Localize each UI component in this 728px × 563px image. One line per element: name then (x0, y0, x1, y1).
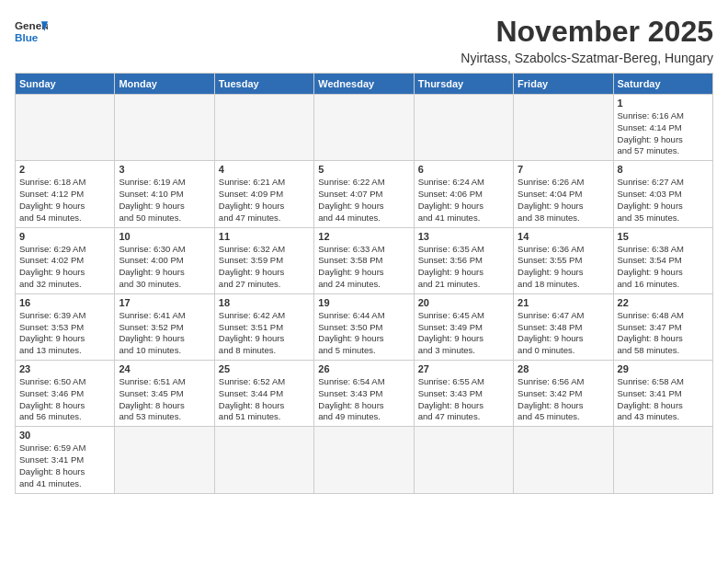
calendar-cell: 20Sunrise: 6:45 AM Sunset: 3:49 PM Dayli… (414, 293, 513, 360)
day-info: Sunrise: 6:56 AM Sunset: 3:42 PM Dayligh… (518, 376, 609, 423)
calendar-week-2: 2Sunrise: 6:18 AM Sunset: 4:12 PM Daylig… (16, 161, 713, 227)
weekday-header-sunday: Sunday (16, 74, 115, 95)
weekday-header-thursday: Thursday (414, 74, 513, 95)
svg-text:Blue: Blue (15, 31, 39, 43)
calendar-cell: 2Sunrise: 6:18 AM Sunset: 4:12 PM Daylig… (16, 161, 115, 227)
calendar-cell: 23Sunrise: 6:50 AM Sunset: 3:46 PM Dayli… (16, 361, 115, 427)
calendar-cell: 1Sunrise: 6:16 AM Sunset: 4:14 PM Daylig… (613, 95, 712, 161)
day-number: 6 (418, 164, 509, 175)
calendar-cell: 10Sunrise: 6:30 AM Sunset: 4:00 PM Dayli… (115, 227, 214, 293)
calendar-cell: 21Sunrise: 6:47 AM Sunset: 3:48 PM Dayli… (514, 293, 613, 360)
day-info: Sunrise: 6:33 AM Sunset: 3:58 PM Dayligh… (318, 244, 409, 291)
calendar-cell: 22Sunrise: 6:48 AM Sunset: 3:47 PM Dayli… (613, 293, 712, 360)
day-number: 17 (119, 297, 210, 308)
calendar-cell: 28Sunrise: 6:56 AM Sunset: 3:42 PM Dayli… (514, 361, 613, 427)
day-info: Sunrise: 6:55 AM Sunset: 3:43 PM Dayligh… (418, 376, 509, 423)
day-number: 20 (418, 297, 509, 308)
calendar-week-1: 1Sunrise: 6:16 AM Sunset: 4:14 PM Daylig… (16, 95, 713, 161)
day-number: 22 (618, 297, 709, 308)
calendar-cell: 6Sunrise: 6:24 AM Sunset: 4:06 PM Daylig… (414, 161, 513, 227)
day-info: Sunrise: 6:42 AM Sunset: 3:51 PM Dayligh… (219, 310, 310, 357)
page-header: General Blue November 2025 Nyirtass, Sza… (15, 15, 713, 65)
day-info: Sunrise: 6:35 AM Sunset: 3:56 PM Dayligh… (418, 244, 509, 291)
day-number: 19 (318, 297, 409, 308)
day-info: Sunrise: 6:21 AM Sunset: 4:09 PM Dayligh… (219, 177, 310, 224)
day-number: 16 (19, 297, 110, 308)
day-number: 30 (19, 430, 110, 441)
logo-icon: General Blue (15, 15, 48, 48)
day-info: Sunrise: 6:52 AM Sunset: 3:44 PM Dayligh… (219, 376, 310, 423)
title-area: November 2025 Nyirtass, Szabolcs-Szatmar… (461, 15, 713, 65)
day-number: 28 (518, 363, 609, 374)
day-info: Sunrise: 6:50 AM Sunset: 3:46 PM Dayligh… (19, 376, 110, 423)
day-number: 9 (19, 231, 110, 242)
calendar-cell (214, 427, 313, 493)
day-number: 5 (318, 164, 409, 175)
calendar-cell: 26Sunrise: 6:54 AM Sunset: 3:43 PM Dayli… (314, 361, 414, 427)
day-number: 13 (418, 231, 509, 242)
calendar-cell (314, 427, 414, 493)
day-number: 23 (19, 363, 110, 374)
day-number: 10 (119, 231, 210, 242)
day-number: 3 (119, 164, 210, 175)
day-info: Sunrise: 6:30 AM Sunset: 4:00 PM Dayligh… (119, 244, 210, 291)
day-number: 12 (318, 231, 409, 242)
day-info: Sunrise: 6:32 AM Sunset: 3:59 PM Dayligh… (219, 244, 310, 291)
calendar-cell (16, 95, 115, 161)
calendar-cell: 15Sunrise: 6:38 AM Sunset: 3:54 PM Dayli… (613, 227, 712, 293)
calendar-cell: 3Sunrise: 6:19 AM Sunset: 4:10 PM Daylig… (115, 161, 214, 227)
day-info: Sunrise: 6:45 AM Sunset: 3:49 PM Dayligh… (418, 310, 509, 357)
day-info: Sunrise: 6:38 AM Sunset: 3:54 PM Dayligh… (618, 244, 709, 291)
day-number: 29 (618, 363, 709, 374)
calendar-cell (314, 95, 414, 161)
day-number: 7 (518, 164, 609, 175)
calendar-cell: 9Sunrise: 6:29 AM Sunset: 4:02 PM Daylig… (16, 227, 115, 293)
calendar-cell: 8Sunrise: 6:27 AM Sunset: 4:03 PM Daylig… (613, 161, 712, 227)
weekday-header-saturday: Saturday (613, 74, 712, 95)
calendar-cell: 13Sunrise: 6:35 AM Sunset: 3:56 PM Dayli… (414, 227, 513, 293)
calendar-cell (414, 95, 513, 161)
day-number: 24 (119, 363, 210, 374)
calendar-cell: 30Sunrise: 6:59 AM Sunset: 3:41 PM Dayli… (16, 427, 115, 493)
day-info: Sunrise: 6:41 AM Sunset: 3:52 PM Dayligh… (119, 310, 210, 357)
day-info: Sunrise: 6:48 AM Sunset: 3:47 PM Dayligh… (618, 310, 709, 357)
weekday-header-wednesday: Wednesday (314, 74, 414, 95)
day-info: Sunrise: 6:26 AM Sunset: 4:04 PM Dayligh… (518, 177, 609, 224)
calendar-cell (414, 427, 513, 493)
calendar-cell: 4Sunrise: 6:21 AM Sunset: 4:09 PM Daylig… (214, 161, 313, 227)
day-number: 25 (219, 363, 310, 374)
weekday-header-friday: Friday (514, 74, 613, 95)
day-number: 27 (418, 363, 509, 374)
weekday-header-tuesday: Tuesday (214, 74, 313, 95)
day-info: Sunrise: 6:54 AM Sunset: 3:43 PM Dayligh… (318, 376, 409, 423)
day-number: 26 (318, 363, 409, 374)
calendar-cell: 14Sunrise: 6:36 AM Sunset: 3:55 PM Dayli… (514, 227, 613, 293)
calendar-cell: 27Sunrise: 6:55 AM Sunset: 3:43 PM Dayli… (414, 361, 513, 427)
calendar-cell (214, 95, 313, 161)
calendar-cell (613, 427, 712, 493)
day-info: Sunrise: 6:39 AM Sunset: 3:53 PM Dayligh… (19, 310, 110, 357)
location-title: Nyirtass, Szabolcs-Szatmar-Bereg, Hungar… (461, 51, 713, 65)
day-info: Sunrise: 6:58 AM Sunset: 3:41 PM Dayligh… (618, 376, 709, 423)
day-info: Sunrise: 6:36 AM Sunset: 3:55 PM Dayligh… (518, 244, 609, 291)
month-title: November 2025 (461, 15, 713, 49)
day-number: 8 (618, 164, 709, 175)
calendar-cell: 18Sunrise: 6:42 AM Sunset: 3:51 PM Dayli… (214, 293, 313, 360)
calendar-cell (115, 427, 214, 493)
calendar-cell: 11Sunrise: 6:32 AM Sunset: 3:59 PM Dayli… (214, 227, 313, 293)
weekday-header-monday: Monday (115, 74, 214, 95)
day-info: Sunrise: 6:51 AM Sunset: 3:45 PM Dayligh… (119, 376, 210, 423)
calendar-week-3: 9Sunrise: 6:29 AM Sunset: 4:02 PM Daylig… (16, 227, 713, 293)
day-number: 15 (618, 231, 709, 242)
day-number: 18 (219, 297, 310, 308)
calendar-cell: 7Sunrise: 6:26 AM Sunset: 4:04 PM Daylig… (514, 161, 613, 227)
day-info: Sunrise: 6:18 AM Sunset: 4:12 PM Dayligh… (19, 177, 110, 224)
day-info: Sunrise: 6:47 AM Sunset: 3:48 PM Dayligh… (518, 310, 609, 357)
calendar-cell: 29Sunrise: 6:58 AM Sunset: 3:41 PM Dayli… (613, 361, 712, 427)
calendar-cell (115, 95, 214, 161)
calendar-cell (514, 427, 613, 493)
day-number: 11 (219, 231, 310, 242)
day-number: 1 (618, 98, 709, 109)
calendar-table: SundayMondayTuesdayWednesdayThursdayFrid… (15, 73, 713, 494)
calendar-cell: 16Sunrise: 6:39 AM Sunset: 3:53 PM Dayli… (16, 293, 115, 360)
